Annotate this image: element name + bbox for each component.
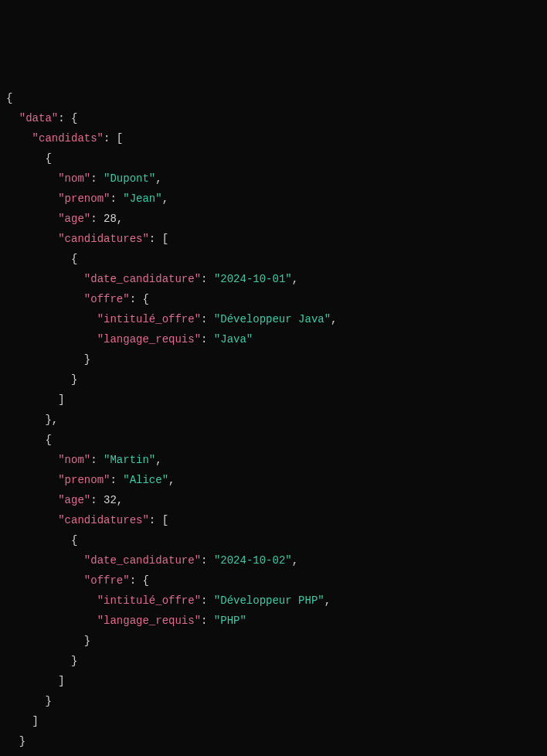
code-line: "age": 28, xyxy=(6,209,541,229)
code-line: "candidatures": [ xyxy=(6,229,541,249)
json-colon: : xyxy=(201,594,214,607)
json-comma: , xyxy=(155,454,161,466)
json-bracket: ] xyxy=(58,393,64,406)
json-string: "PHP" xyxy=(214,615,246,627)
json-comma: , xyxy=(292,554,298,567)
json-key: "candidatures" xyxy=(58,233,149,245)
json-colon: : xyxy=(201,615,214,627)
json-colon: : xyxy=(201,333,214,346)
code-line: } xyxy=(6,731,541,751)
code-line: "prenom": "Jean", xyxy=(6,189,541,209)
code-line: "candidatures": [ xyxy=(6,510,541,530)
code-line: ] xyxy=(6,711,541,731)
json-string: "2024-10-01" xyxy=(214,273,292,285)
json-colon: : xyxy=(110,474,123,486)
json-colon: : xyxy=(90,454,104,466)
json-key: "age" xyxy=(58,494,90,506)
json-brace: { xyxy=(71,534,77,547)
json-comma: , xyxy=(162,192,168,205)
json-comma: , xyxy=(52,414,58,426)
json-colon: : xyxy=(130,574,143,587)
json-comma: , xyxy=(292,273,298,285)
json-key: "prenom" xyxy=(58,192,110,205)
json-brace: { xyxy=(142,574,148,587)
json-string: "Jean" xyxy=(123,192,161,205)
json-key: "age" xyxy=(58,213,90,225)
json-string: "Dupont" xyxy=(104,172,155,185)
json-brace: { xyxy=(71,253,77,265)
code-line: { xyxy=(6,530,541,550)
json-comma: , xyxy=(168,474,175,486)
code-line: { xyxy=(6,249,541,269)
json-key: "langage_requis" xyxy=(97,333,201,346)
json-brace: } xyxy=(45,414,51,426)
json-bracket: ] xyxy=(58,675,64,687)
json-brace: { xyxy=(142,293,148,305)
json-colon: : xyxy=(90,172,104,185)
json-string: "Alice" xyxy=(123,474,168,486)
json-colon: : xyxy=(58,112,71,124)
json-bracket: [ xyxy=(117,132,123,145)
code-line: } xyxy=(6,651,541,671)
json-comma: , xyxy=(324,594,331,607)
code-line: } xyxy=(6,691,541,711)
json-string: "Développeur Java" xyxy=(214,313,331,325)
code-line: { xyxy=(6,148,541,169)
code-line: { xyxy=(6,430,541,450)
json-colon: : xyxy=(201,273,214,285)
json-string: "Développeur PHP" xyxy=(214,594,324,607)
json-key: "offre" xyxy=(84,293,130,305)
json-brace: { xyxy=(6,92,12,104)
code-line: { xyxy=(6,88,541,108)
code-line: "prenom": "Alice", xyxy=(6,470,541,490)
code-line: ] xyxy=(6,390,541,410)
json-code-block[interactable]: { "data": { "candidats": [ { "nom": "Dup… xyxy=(6,88,541,756)
json-brace: { xyxy=(45,152,51,165)
json-colon: : xyxy=(201,554,214,567)
code-line: } xyxy=(6,369,541,390)
json-key: "prenom" xyxy=(58,474,110,486)
code-line: "data": { xyxy=(6,108,541,128)
code-line: "candidats": [ xyxy=(6,128,541,148)
json-colon: : xyxy=(201,313,214,325)
json-colon: : xyxy=(130,293,143,305)
code-line: "intitulé_offre": "Développeur Java", xyxy=(6,309,541,329)
code-line: } xyxy=(6,751,541,756)
code-line: }, xyxy=(6,410,541,430)
code-line: "date_candidature": "2024-10-01", xyxy=(6,269,541,289)
json-string: "2024-10-02" xyxy=(214,554,292,567)
json-key: "data" xyxy=(19,112,58,124)
code-line: "age": 32, xyxy=(6,490,541,510)
json-brace: { xyxy=(71,112,77,124)
json-key: "date_candidature" xyxy=(84,554,201,567)
json-colon: : xyxy=(90,213,104,225)
code-line: "nom": "Martin", xyxy=(6,450,541,470)
code-line: "langage_requis": "Java" xyxy=(6,329,541,349)
json-key: "candidats" xyxy=(32,132,104,145)
code-line: "intitulé_offre": "Développeur PHP", xyxy=(6,591,541,611)
code-line: "offre": { xyxy=(6,570,541,591)
json-key: "nom" xyxy=(58,172,90,185)
json-key: "intitulé_offre" xyxy=(97,313,201,325)
code-line: "langage_requis": "PHP" xyxy=(6,611,541,631)
json-number: 28 xyxy=(104,213,117,225)
code-line: } xyxy=(6,349,541,369)
json-colon: : xyxy=(104,132,117,145)
json-key: "intitulé_offre" xyxy=(97,594,201,607)
code-line: "nom": "Dupont", xyxy=(6,169,541,189)
json-colon: : xyxy=(90,494,104,506)
json-bracket: ] xyxy=(32,715,39,727)
json-brace: } xyxy=(71,655,77,667)
code-line: } xyxy=(6,631,541,651)
json-number: 32 xyxy=(104,494,117,506)
json-key: "date_candidature" xyxy=(84,273,201,285)
json-brace: } xyxy=(84,635,90,647)
json-comma: , xyxy=(117,213,123,225)
json-brace: } xyxy=(45,695,51,707)
json-colon: : xyxy=(110,192,123,205)
json-comma: , xyxy=(155,172,161,185)
json-bracket: [ xyxy=(162,233,168,245)
json-brace: } xyxy=(84,353,90,366)
json-key: "langage_requis" xyxy=(97,615,201,627)
json-brace: } xyxy=(71,373,77,386)
